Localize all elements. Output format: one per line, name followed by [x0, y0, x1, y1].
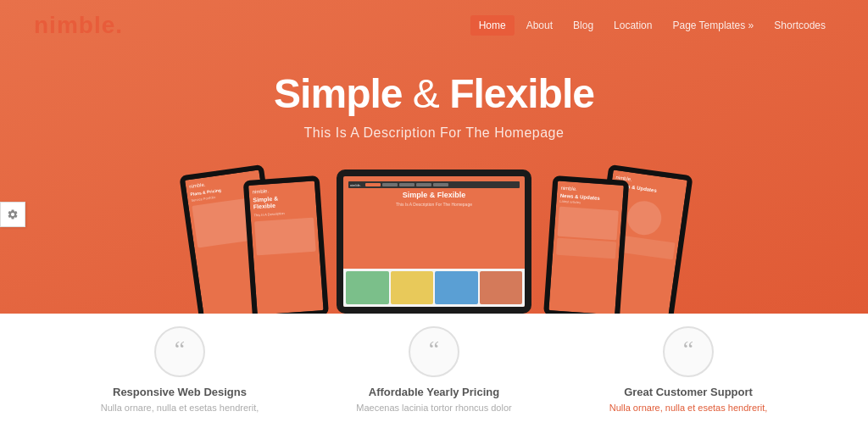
- tablet-screen-inner: nimble. Simple & Flexible This Is A Desc…: [343, 176, 525, 212]
- quote-icon: “: [429, 337, 439, 361]
- feature-title: Affordable Yearly Pricing: [369, 386, 499, 398]
- feature-responsive: “ Responsive Web Designs Nulla ornare, n…: [53, 318, 307, 423]
- feature-description: Nulla ornare, nulla et esetas hendrerit,: [101, 402, 259, 414]
- feature-description: Maecenas lacinia tortor rhoncus dolor: [356, 402, 511, 414]
- feature-icon-circle: “: [409, 326, 459, 377]
- phone-left-inner: nimble. Simple &Flexible This Is A Descr…: [243, 175, 329, 314]
- nav-menu: Home About Blog Location Page Templates …: [470, 15, 834, 36]
- feature-title: Great Customer Support: [624, 386, 753, 398]
- tablet-thumbnail: [346, 271, 389, 304]
- settings-button[interactable]: [0, 202, 25, 227]
- devices-showcase: nimble. Plans & Pricing Service Portfoli…: [137, 136, 731, 314]
- phone-left-inner-screen: nimble. Simple &Flexible This Is A Descr…: [248, 181, 323, 314]
- nav-shortcodes[interactable]: Shortcodes: [765, 15, 834, 36]
- feature-icon-circle: “: [154, 326, 205, 377]
- tablet-nav-item: [382, 183, 398, 186]
- quote-icon: “: [175, 337, 185, 361]
- feature-icon-circle: “: [663, 326, 714, 377]
- tablet-nav: nimble.: [348, 181, 520, 188]
- tablet-nav-item: [365, 183, 381, 186]
- feature-description: Nulla ornare, nulla et esetas hendrerit,: [609, 402, 768, 414]
- logo-text: nimble: [34, 12, 115, 38]
- tablet-hero-sub: This Is A Description For The Homepage: [348, 202, 520, 207]
- tablet-bottom: [343, 269, 525, 307]
- hero-title-amp: &: [402, 71, 449, 116]
- quote-icon: “: [683, 337, 693, 361]
- feature-title: Responsive Web Designs: [113, 386, 247, 398]
- tablet-thumbnail: [435, 271, 478, 304]
- hero-title: Simple & Flexible: [274, 72, 594, 117]
- tablet-center: nimble. Simple & Flexible This Is A Desc…: [337, 170, 531, 314]
- feature-support: “ Great Customer Support Nulla ornare, n…: [561, 318, 815, 423]
- header: nimble. Home About Blog Location Page Te…: [0, 0, 868, 51]
- tablet-thumbnail: [391, 271, 434, 304]
- phone-right-inner-screen: nimble. News & Updates Latest articles: [548, 181, 623, 314]
- nav-home[interactable]: Home: [470, 15, 515, 36]
- hero-title-part2: Flexible: [449, 71, 594, 116]
- nav-about[interactable]: About: [518, 15, 561, 36]
- tablet-hero-text: Simple & Flexible: [348, 191, 520, 200]
- nav-page-templates[interactable]: Page Templates »: [664, 15, 762, 36]
- hero-section: nimble. Home About Blog Location Page Te…: [0, 0, 868, 314]
- nav-blog[interactable]: Blog: [565, 15, 602, 36]
- nav-location[interactable]: Location: [605, 15, 660, 36]
- features-section: “ Responsive Web Designs Nulla ornare, n…: [0, 314, 868, 428]
- hero-title-part1: Simple: [274, 71, 402, 116]
- tablet-nav-item: [416, 183, 431, 186]
- logo-dot: .: [115, 12, 123, 38]
- phone-right-inner: nimble. News & Updates Latest articles: [543, 175, 629, 314]
- tablet-nav-item: [433, 183, 448, 186]
- tablet-screen: nimble. Simple & Flexible This Is A Desc…: [343, 176, 525, 307]
- tablet-thumbnail: [480, 271, 523, 304]
- gear-icon: [7, 208, 19, 220]
- logo: nimble.: [34, 12, 123, 39]
- feature-pricing: “ Affordable Yearly Pricing Maecenas lac…: [307, 318, 561, 423]
- tablet-nav-item: [399, 183, 415, 186]
